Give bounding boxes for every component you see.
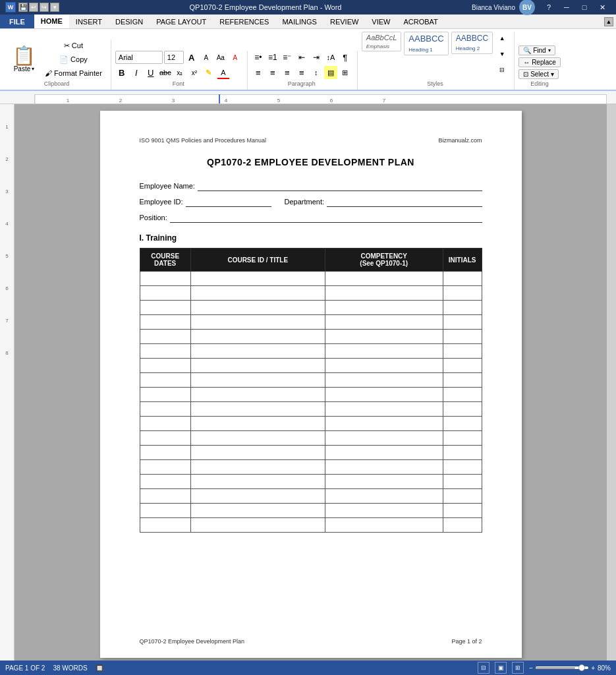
table-cell[interactable]	[325, 460, 443, 475]
right-scrollbar[interactable]	[607, 104, 616, 664]
table-cell[interactable]	[325, 388, 443, 402]
table-cell[interactable]	[140, 286, 190, 301]
web-layout-btn[interactable]: ⊞	[512, 662, 524, 664]
table-row[interactable]	[140, 388, 482, 402]
table-cell[interactable]	[443, 272, 482, 286]
shading-btn[interactable]: ▤	[324, 66, 337, 79]
bullets-btn[interactable]: ≡•	[252, 51, 265, 64]
align-left-btn[interactable]: ≡	[252, 66, 265, 79]
table-cell[interactable]	[140, 272, 190, 286]
table-cell[interactable]	[325, 402, 443, 417]
print-layout-btn[interactable]: ⊟	[478, 662, 490, 664]
table-cell[interactable]	[443, 475, 482, 489]
replace-button[interactable]: ↔Replace	[518, 57, 561, 67]
table-cell[interactable]	[325, 475, 443, 489]
table-cell[interactable]	[443, 344, 482, 359]
styles-more[interactable]: ⊟	[495, 63, 509, 76]
table-row[interactable]	[140, 272, 482, 286]
table-cell[interactable]	[443, 446, 482, 460]
table-cell[interactable]	[140, 344, 190, 359]
italic-button[interactable]: I	[130, 66, 143, 79]
table-cell[interactable]	[443, 402, 482, 417]
table-cell[interactable]	[325, 489, 443, 504]
table-row[interactable]	[140, 431, 482, 446]
table-row[interactable]	[140, 417, 482, 431]
table-cell[interactable]	[190, 431, 325, 446]
table-cell[interactable]	[190, 489, 325, 504]
table-cell[interactable]	[190, 301, 325, 315]
decrease-indent-btn[interactable]: ⇤	[295, 51, 308, 64]
help-button[interactable]: ?	[540, 1, 557, 13]
table-cell[interactable]	[140, 301, 190, 315]
table-row[interactable]	[140, 489, 482, 504]
table-cell[interactable]	[190, 402, 325, 417]
table-cell[interactable]	[190, 373, 325, 388]
tab-insert[interactable]: INSERT	[69, 15, 109, 28]
ribbon-collapse-btn[interactable]: ▲	[604, 17, 613, 26]
employee-id-field[interactable]	[186, 196, 271, 207]
table-cell[interactable]	[325, 446, 443, 460]
align-right-btn[interactable]: ≡	[281, 66, 294, 79]
font-size-up-btn[interactable]: A	[185, 51, 198, 64]
tab-file[interactable]: FILE	[0, 15, 34, 28]
align-center-btn[interactable]: ≡	[266, 66, 279, 79]
table-cell[interactable]	[190, 518, 325, 533]
table-cell[interactable]	[325, 504, 443, 518]
style-heading2[interactable]: AABBCC Heading 2	[451, 32, 493, 54]
style-emphasis[interactable]: AaBbCcL Emphasis	[362, 32, 401, 51]
table-cell[interactable]	[325, 431, 443, 446]
superscript-btn[interactable]: x²	[188, 66, 201, 79]
table-row[interactable]	[140, 402, 482, 417]
case-btn[interactable]: Aa	[214, 51, 227, 64]
tab-home[interactable]: HOME	[34, 15, 69, 28]
table-cell[interactable]	[190, 388, 325, 402]
font-size-input[interactable]: 12	[164, 51, 184, 64]
table-row[interactable]	[140, 301, 482, 315]
table-cell[interactable]	[325, 330, 443, 344]
table-cell[interactable]	[443, 388, 482, 402]
styles-scroll-up[interactable]: ▲	[495, 32, 509, 45]
increase-indent-btn[interactable]: ⇥	[310, 51, 323, 64]
table-cell[interactable]	[140, 460, 190, 475]
table-cell[interactable]	[190, 475, 325, 489]
table-cell[interactable]	[140, 330, 190, 344]
table-cell[interactable]	[443, 373, 482, 388]
minimize-button[interactable]: ─	[558, 1, 575, 13]
close-button[interactable]: ✕	[594, 1, 611, 13]
table-cell[interactable]	[325, 417, 443, 431]
select-button[interactable]: ⊡Select ▾	[518, 69, 559, 79]
table-cell[interactable]	[443, 330, 482, 344]
tab-review[interactable]: REVIEW	[323, 15, 365, 28]
table-cell[interactable]	[443, 301, 482, 315]
table-cell[interactable]	[190, 272, 325, 286]
table-row[interactable]	[140, 373, 482, 388]
table-row[interactable]	[140, 344, 482, 359]
tab-mailings[interactable]: MAILINGS	[275, 15, 323, 28]
position-field[interactable]	[170, 212, 482, 223]
subscript-btn[interactable]: x₂	[173, 66, 186, 79]
undo-btn[interactable]: ↩	[29, 3, 38, 12]
full-page-btn[interactable]: ▣	[495, 662, 507, 664]
table-cell[interactable]	[140, 446, 190, 460]
table-cell[interactable]	[325, 518, 443, 533]
table-cell[interactable]	[443, 431, 482, 446]
tab-references[interactable]: REFERENCES	[213, 15, 275, 28]
table-cell[interactable]	[190, 446, 325, 460]
table-cell[interactable]	[443, 286, 482, 301]
bold-button[interactable]: B	[115, 66, 128, 79]
tab-page-layout[interactable]: PAGE LAYOUT	[150, 15, 213, 28]
table-row[interactable]	[140, 330, 482, 344]
table-cell[interactable]	[443, 417, 482, 431]
table-cell[interactable]	[140, 431, 190, 446]
table-cell[interactable]	[190, 344, 325, 359]
line-spacing-btn[interactable]: ↕	[310, 66, 323, 79]
table-cell[interactable]	[190, 315, 325, 330]
tab-view[interactable]: VIEW	[365, 15, 397, 28]
table-row[interactable]	[140, 286, 482, 301]
borders-btn[interactable]: ⊞	[339, 66, 352, 79]
table-cell[interactable]	[140, 402, 190, 417]
table-cell[interactable]	[443, 315, 482, 330]
clear-format-btn[interactable]: A	[229, 51, 242, 64]
table-cell[interactable]	[325, 286, 443, 301]
table-row[interactable]	[140, 504, 482, 518]
